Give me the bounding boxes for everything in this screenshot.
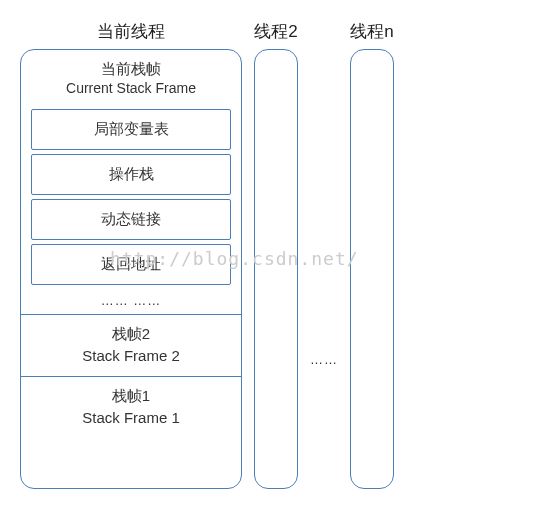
- threadn-title: 线程n: [350, 20, 393, 43]
- thread2-column: 线程2: [254, 20, 298, 489]
- frame1-label-en: Stack Frame 1: [29, 407, 233, 430]
- thread2-title: 线程2: [254, 20, 297, 43]
- threads-ellipsis: ……: [310, 352, 338, 367]
- return-address-box: 返回地址: [31, 244, 231, 285]
- frame2-label-cn: 栈帧2: [29, 323, 233, 346]
- current-thread-title: 当前线程: [97, 20, 165, 43]
- threadn-column: 线程n: [350, 20, 394, 489]
- frame-ellipsis: …… ……: [29, 289, 233, 314]
- current-frame-header: 当前栈帧 Current Stack Frame: [29, 56, 233, 105]
- frame2-label-en: Stack Frame 2: [29, 345, 233, 368]
- local-variables-box: 局部变量表: [31, 109, 231, 150]
- dynamic-link-box: 动态链接: [31, 199, 231, 240]
- current-frame-label-en: Current Stack Frame: [29, 79, 233, 99]
- current-thread-column: 当前线程 当前栈帧 Current Stack Frame 局部变量表 操作栈 …: [20, 20, 242, 489]
- current-thread-box: 当前栈帧 Current Stack Frame 局部变量表 操作栈 动态链接 …: [20, 49, 242, 489]
- diagram-container: 当前线程 当前栈帧 Current Stack Frame 局部变量表 操作栈 …: [20, 20, 521, 489]
- stack-frame-1: 栈帧1 Stack Frame 1: [29, 377, 233, 438]
- operand-stack-box: 操作栈: [31, 154, 231, 195]
- threadn-box: [350, 49, 394, 489]
- frame1-label-cn: 栈帧1: [29, 385, 233, 408]
- thread2-box: [254, 49, 298, 489]
- stack-frame-2: 栈帧2 Stack Frame 2: [29, 315, 233, 376]
- current-frame-label-cn: 当前栈帧: [29, 58, 233, 79]
